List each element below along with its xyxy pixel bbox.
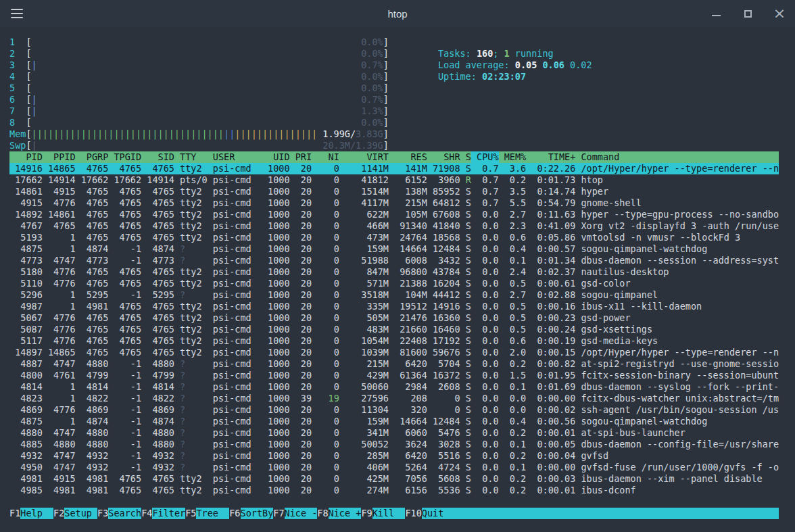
column-header-ni[interactable]: NI — [312, 151, 339, 163]
cell-sid: 4799 — [141, 370, 174, 381]
column-header-virt[interactable]: VIRT — [339, 151, 389, 163]
cell-uid: 1000 — [262, 278, 290, 289]
process-row[interactable]: 14861 4915 4765 4765 4765 tty2 psi-cmd 1… — [9, 186, 779, 197]
process-row[interactable]: 4880 4747 4880 -1 4880 ? psi-cmd 1000 20… — [9, 427, 779, 439]
maximize-button[interactable] — [743, 8, 752, 19]
hamburger-menu-icon[interactable] — [11, 9, 23, 18]
column-header-ppid[interactable]: PPID — [43, 151, 76, 163]
process-row[interactable]: 14892 14861 4765 4765 4765 tty2 psi-cmd … — [9, 209, 779, 220]
process-row[interactable]: 4814 1 4814 -1 4814 ? psi-cmd 1000 20 0 … — [9, 381, 779, 393]
cell-res: 215M — [389, 197, 427, 209]
fnkey-F10[interactable]: F10 — [405, 508, 421, 519]
column-header-shr[interactable]: SHR — [427, 151, 460, 163]
fnkey-F1[interactable]: F1 — [9, 508, 20, 519]
fnlabel-F4[interactable]: Filter — [152, 508, 185, 519]
column-header-tpgid[interactable]: TPGID — [108, 151, 141, 163]
process-row[interactable]: 4885 4880 4880 -1 4880 ? psi-cmd 1000 20… — [9, 439, 779, 450]
cell-uid: 1000 — [262, 439, 290, 450]
fnlabel-F7[interactable]: Nice - — [285, 508, 318, 519]
column-header-mem[interactable]: MEM% — [499, 151, 527, 163]
fnlabel-F6[interactable]: SortBy — [241, 508, 274, 519]
process-row[interactable]: 4823 1 4822 -1 4822 ? psi-cmd 1000 39 19… — [9, 393, 779, 404]
cell-ni: 0 — [312, 163, 339, 174]
cell-time: 0:00.03 — [526, 473, 575, 485]
cell-s: S — [460, 232, 471, 243]
cell-mem: 1.5 — [499, 370, 527, 381]
process-row[interactable]: 4987 1 4981 4765 4765 tty2 psi-cmd 1000 … — [9, 301, 779, 312]
process-row[interactable]: 4985 4981 4981 4765 4765 tty2 psi-cmd 10… — [9, 485, 779, 496]
process-row[interactable]: 5180 4776 4765 4765 4765 tty2 psi-cmd 10… — [9, 266, 779, 278]
process-row[interactable]: 4950 4747 4932 -1 4932 ? psi-cmd 1000 20… — [9, 462, 779, 473]
cell-ppid: 4765 — [43, 220, 76, 232]
column-header-sid[interactable]: SID — [141, 151, 174, 163]
cell-virt: 425M — [339, 473, 389, 485]
fnkey-F6[interactable]: F6 — [229, 508, 240, 519]
column-header-res[interactable]: RES — [389, 151, 427, 163]
process-row[interactable]: 17662 14914 17662 17662 14914 pts/0 psi-… — [9, 174, 779, 186]
process-row[interactable]: 4767 4765 4765 4765 4765 tty2 psi-cmd 10… — [9, 220, 779, 232]
process-row[interactable]: 5296 1 5295 -1 5295 ? psi-cmd 1000 20 0 … — [9, 289, 779, 301]
uptime-label: Uptime: — [438, 71, 477, 82]
cell-pgrp: 4765 — [76, 266, 109, 278]
fnlabel-F10[interactable]: Quit — [422, 508, 779, 519]
process-row[interactable]: 14897 14865 4765 4765 4765 tty2 psi-cmd … — [9, 347, 779, 358]
cell-cmd: gsd-color — [575, 278, 630, 289]
process-row[interactable]: 4869 4776 4869 -1 4869 ? psi-cmd 1000 20… — [9, 404, 779, 416]
process-row[interactable]: 4875 1 4874 -1 4874 ? psi-cmd 1000 20 0 … — [9, 416, 779, 427]
cell-time: 0:00.24 — [526, 324, 575, 335]
fnkey-F9[interactable]: F9 — [361, 508, 372, 519]
process-row[interactable]: 4875 1 4874 -1 4874 ? psi-cmd 1000 20 0 … — [9, 243, 779, 255]
process-row[interactable]: 5087 4776 4765 4765 4765 tty2 psi-cmd 10… — [9, 324, 779, 335]
fnlabel-F8[interactable]: Nice + — [329, 508, 362, 519]
fnkey-F8[interactable]: F8 — [317, 508, 328, 519]
fnlabel-F3[interactable]: Search — [108, 508, 141, 519]
column-header-cpu[interactable]: CPU% — [471, 151, 499, 163]
column-header-cmd[interactable]: Command — [575, 151, 619, 163]
cell-res: 2984 — [389, 381, 427, 393]
process-row[interactable]: 4773 4747 4773 -1 4773 ? psi-cmd 1000 20… — [9, 255, 779, 266]
process-row[interactable]: 4915 4776 4765 4765 4765 tty2 psi-cmd 10… — [9, 197, 779, 209]
cell-tty: tty2 — [174, 163, 213, 174]
cell-tpgid: 17662 — [108, 174, 141, 186]
cell-ppid: 14861 — [43, 209, 76, 220]
fnlabel-F9[interactable]: Kill — [372, 508, 406, 519]
process-row[interactable]: 4932 4747 4932 -1 4932 ? psi-cmd 1000 20… — [9, 450, 779, 462]
process-row[interactable]: 5067 4776 4765 4765 4765 tty2 psi-cmd 10… — [9, 312, 779, 324]
process-row[interactable]: 4887 4747 4880 -1 4880 ? psi-cmd 1000 20… — [9, 358, 779, 370]
cell-time: 0:00.01 — [526, 485, 575, 496]
cell-tpgid: 4765 — [108, 301, 141, 312]
process-row[interactable]: 4981 4915 4981 4765 4765 tty2 psi-cmd 10… — [9, 473, 779, 485]
fnkey-F4[interactable]: F4 — [141, 508, 152, 519]
process-row[interactable]: 5117 4776 4765 4765 4765 tty2 psi-cmd 10… — [9, 335, 779, 347]
minimize-icon — [712, 15, 721, 16]
process-row[interactable]: 5193 1 4765 4765 4765 tty2 psi-cmd 1000 … — [9, 232, 779, 243]
column-header-uid[interactable]: UID — [262, 151, 290, 163]
column-header-tty[interactable]: TTY — [174, 151, 213, 163]
fnkey-F3[interactable]: F3 — [97, 508, 108, 519]
cell-cpu: 0.0 — [471, 370, 499, 381]
cell-user: psi-cmd — [213, 473, 262, 485]
process-row[interactable]: 14916 14865 4765 4765 4765 tty2 psi-cmd … — [9, 163, 779, 174]
cell-ni: 0 — [312, 462, 339, 473]
fnlabel-F2[interactable]: Setup — [64, 508, 97, 519]
cell-time: 0:00.82 — [526, 358, 575, 370]
process-row[interactable]: 4800 4761 4799 -1 4799 ? psi-cmd 1000 20… — [9, 370, 779, 381]
fnkey-F7[interactable]: F7 — [273, 508, 284, 519]
column-header-time[interactable]: TIME+ — [526, 151, 575, 163]
cell-mem: 2.4 — [499, 266, 527, 278]
column-header-s[interactable]: S — [460, 151, 471, 163]
column-header-pgrp[interactable]: PGRP — [76, 151, 109, 163]
minimize-button[interactable] — [711, 8, 721, 19]
fnkey-F2[interactable]: F2 — [53, 508, 64, 519]
fnlabel-F5[interactable]: Tree — [196, 508, 229, 519]
column-header-user[interactable]: USER — [213, 151, 262, 163]
process-row[interactable]: 5110 4776 4765 4765 4765 tty2 psi-cmd 10… — [9, 278, 779, 289]
cell-pri: 20 — [290, 427, 312, 439]
column-header-pri[interactable]: PRI — [290, 151, 312, 163]
cell-ppid: 1 — [43, 381, 76, 393]
close-button[interactable]: × — [775, 8, 784, 19]
column-header-pid[interactable]: PID — [9, 151, 43, 163]
fnlabel-F1[interactable]: Help — [20, 508, 53, 519]
fnkey-F5[interactable]: F5 — [185, 508, 196, 519]
cell-time: 0:00.15 — [526, 347, 575, 358]
